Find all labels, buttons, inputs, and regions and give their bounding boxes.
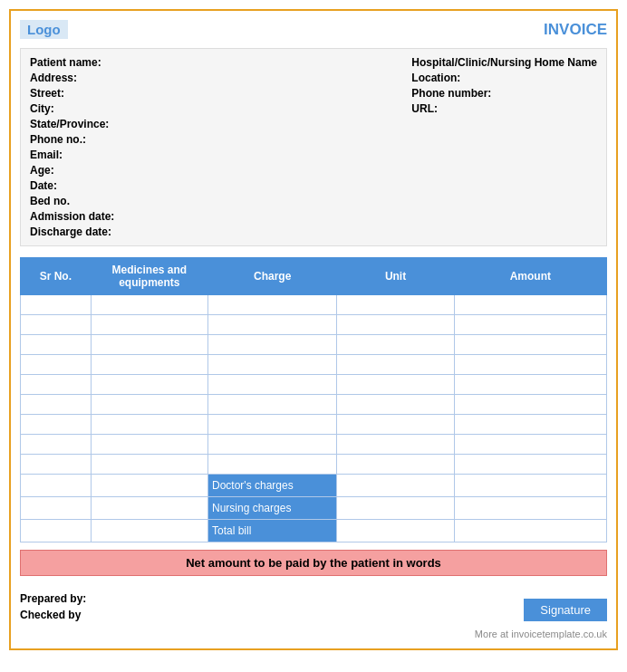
meds-cell [91, 315, 207, 335]
total-bill-unit [337, 520, 454, 542]
charge-cell [208, 295, 337, 315]
srno-cell [21, 475, 92, 497]
charge-cell [208, 355, 337, 375]
charge-cell [208, 395, 337, 415]
meds-cell [91, 520, 207, 542]
email-label: Email: [30, 149, 114, 161]
table-row [21, 315, 607, 335]
srno-cell [21, 375, 92, 395]
table-row [21, 375, 607, 395]
srno-cell [21, 455, 92, 475]
srno-cell [21, 435, 92, 455]
srno-cell [21, 295, 92, 315]
hospital-name: Hospital/Clinic/Nursing Home Name [411, 56, 597, 69]
charge-cell [208, 335, 337, 355]
bed-label: Bed no. [30, 195, 114, 207]
table-row [21, 435, 607, 455]
amount-cell [454, 355, 606, 375]
amount-cell [454, 315, 606, 335]
doctors-charges-label: Doctor's charges [208, 475, 337, 497]
location-label: Location: [411, 72, 597, 84]
nursing-charges-unit [337, 497, 454, 520]
srno-cell [21, 415, 92, 435]
doctors-charges-unit [337, 475, 454, 497]
date-label: Date: [30, 179, 114, 192]
info-left: Patient name: Address: Street: City: Sta… [30, 56, 114, 238]
charge-cell [208, 415, 337, 435]
charge-cell [208, 315, 337, 335]
city-label: City: [30, 102, 114, 115]
srno-cell [21, 315, 92, 335]
signature-box: Signature [524, 599, 607, 621]
watermark: More at invoicetemplate.co.uk [20, 629, 607, 639]
street-label: Street: [30, 87, 114, 100]
invoice-table: Sr No. Medicines and equipments Charge U… [20, 257, 607, 542]
nursing-charges-amount [454, 497, 606, 520]
unit-cell [337, 375, 454, 395]
charge-cell [208, 455, 337, 475]
meds-cell [91, 335, 207, 355]
nursing-charges-row: Nursing charges [21, 497, 607, 520]
table-row [21, 395, 607, 415]
charge-cell [208, 375, 337, 395]
srno-cell [21, 355, 92, 375]
amount-cell [454, 295, 606, 315]
age-label: Age: [30, 164, 114, 177]
invoice-page: Logo INVOICE Patient name: Address: Stre… [9, 9, 618, 650]
meds-cell [91, 497, 207, 520]
url-label: URL: [411, 102, 597, 115]
phone-label: Phone no.: [30, 133, 114, 146]
col-header-unit: Unit [337, 258, 454, 295]
doctors-charges-row: Doctor's charges [21, 475, 607, 497]
total-bill-amount [454, 520, 606, 542]
invoice-title: INVOICE [544, 21, 607, 39]
unit-cell [337, 415, 454, 435]
unit-cell [337, 455, 454, 475]
admission-label: Admission date: [30, 210, 114, 223]
footer-left: Prepared by: Checked by [20, 592, 86, 621]
srno-cell [21, 497, 92, 520]
amount-cell [454, 415, 606, 435]
table-row [21, 455, 607, 475]
doctors-charges-amount [454, 475, 606, 497]
col-header-meds: Medicines and equipments [91, 258, 207, 295]
unit-cell [337, 335, 454, 355]
col-header-srno: Sr No. [21, 258, 92, 295]
srno-cell [21, 395, 92, 415]
amount-cell [454, 335, 606, 355]
col-header-charge: Charge [208, 258, 337, 295]
unit-cell [337, 435, 454, 455]
total-bill-row: Total bill [21, 520, 607, 542]
table-row [21, 335, 607, 355]
phone-number-label: Phone number: [411, 87, 597, 100]
header: Logo INVOICE [20, 20, 607, 39]
meds-cell [91, 455, 207, 475]
unit-cell [337, 395, 454, 415]
patient-info-section: Patient name: Address: Street: City: Sta… [20, 48, 607, 246]
state-label: State/Province: [30, 118, 114, 130]
table-row [21, 355, 607, 375]
srno-cell [21, 520, 92, 542]
amount-cell [454, 375, 606, 395]
patient-name-label: Patient name: [30, 56, 114, 69]
amount-cell [454, 395, 606, 415]
amount-cell [454, 435, 606, 455]
srno-cell [21, 335, 92, 355]
unit-cell [337, 295, 454, 315]
meds-cell [91, 295, 207, 315]
col-header-amount: Amount [454, 258, 606, 295]
meds-cell [91, 435, 207, 455]
amount-cell [454, 455, 606, 475]
logo: Logo [20, 20, 68, 39]
prepared-by-label: Prepared by: [20, 592, 86, 605]
address-label: Address: [30, 72, 114, 84]
footer: Prepared by: Checked by Signature [20, 592, 607, 625]
meds-cell [91, 395, 207, 415]
meds-cell [91, 375, 207, 395]
table-row [21, 295, 607, 315]
checked-by-label: Checked by [20, 609, 86, 621]
net-amount-banner: Net amount to be paid by the patient in … [20, 550, 607, 576]
charge-cell [208, 435, 337, 455]
discharge-label: Discharge date: [30, 226, 114, 238]
summary-section: Doctor's charges Nursing charges Total b… [21, 475, 607, 542]
